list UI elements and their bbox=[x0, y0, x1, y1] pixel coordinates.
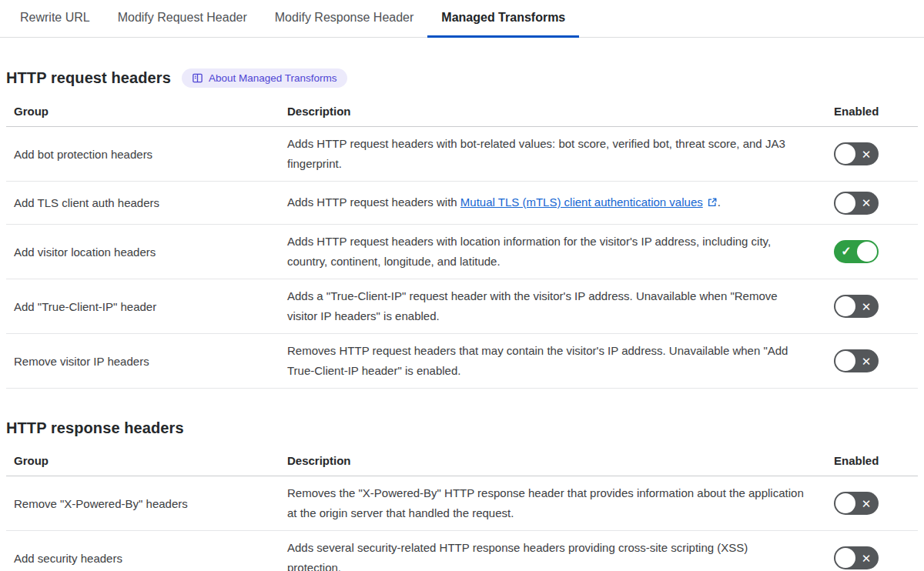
request-table-body: Add bot protection headers Adds HTTP req… bbox=[6, 127, 918, 389]
enabled-cell: ✕ bbox=[825, 142, 918, 165]
tab-modify-response-header[interactable]: Modify Response Header bbox=[261, 0, 428, 38]
toggle-state-icon: ✕ bbox=[855, 498, 877, 509]
description-text: Adds HTTP request headers with location … bbox=[287, 235, 771, 268]
table-row: Add visitor location headers Adds HTTP r… bbox=[6, 225, 918, 279]
toggle-knob bbox=[835, 296, 855, 316]
toggle-state-icon: ✕ bbox=[855, 301, 877, 312]
enabled-cell: ✕ bbox=[825, 192, 918, 215]
enabled-toggle[interactable]: ✕ bbox=[834, 492, 879, 515]
toggle-knob bbox=[835, 144, 855, 164]
tab-modify-request-header[interactable]: Modify Request Header bbox=[104, 0, 261, 38]
book-icon bbox=[192, 72, 203, 84]
row-description: Adds a "True-Client-IP" request header w… bbox=[280, 279, 825, 333]
tab-managed-transforms[interactable]: Managed Transforms bbox=[427, 0, 579, 38]
group-label: Add security headers bbox=[6, 552, 280, 565]
toggle-knob bbox=[835, 493, 855, 513]
table-row: Add TLS client auth headers Adds HTTP re… bbox=[6, 182, 918, 225]
table-row: Remove visitor IP headers Removes HTTP r… bbox=[6, 334, 918, 389]
toggle-knob bbox=[835, 548, 855, 568]
column-header-group: Group bbox=[6, 448, 280, 476]
row-description: Adds HTTP request headers with Mutual TL… bbox=[280, 185, 825, 221]
group-label: Remove "X-Powered-By" headers bbox=[6, 497, 280, 510]
row-description: Adds HTTP request headers with bot-relat… bbox=[280, 127, 825, 181]
row-description: Adds HTTP request headers with location … bbox=[280, 225, 825, 279]
enabled-toggle[interactable]: ✓ bbox=[834, 240, 879, 263]
enabled-cell: ✕ bbox=[825, 492, 918, 515]
description-text: Adds HTTP request headers with bot-relat… bbox=[287, 137, 785, 170]
about-managed-transforms-link[interactable]: About Managed Transforms bbox=[182, 68, 347, 88]
row-description: Removes HTTP request headers that may co… bbox=[280, 334, 825, 388]
response-table-body: Remove "X-Powered-By" headers Removes th… bbox=[6, 476, 918, 571]
enabled-toggle[interactable]: ✕ bbox=[834, 546, 879, 569]
group-label: Add "True-Client-IP" header bbox=[6, 300, 280, 313]
column-header-enabled: Enabled bbox=[825, 448, 918, 476]
toggle-state-icon: ✕ bbox=[855, 553, 877, 564]
response-table-header: Group Description Enabled bbox=[6, 448, 918, 476]
enabled-cell: ✓ bbox=[825, 240, 918, 263]
table-row: Add bot protection headers Adds HTTP req… bbox=[6, 127, 918, 182]
column-header-description: Description bbox=[280, 448, 825, 476]
group-label: Add TLS client auth headers bbox=[6, 196, 280, 209]
description-text-suffix: . bbox=[718, 195, 721, 209]
description-text: Removes the "X-Powered-By" HTTP response… bbox=[287, 486, 804, 519]
section-title-request-headers: HTTP request headers bbox=[6, 69, 171, 87]
response-headers-table: Group Description Enabled Remove "X-Powe… bbox=[6, 448, 918, 571]
toggle-state-icon: ✕ bbox=[855, 356, 877, 367]
description-text: Adds a "True-Client-IP" request header w… bbox=[287, 289, 778, 322]
column-header-group: Group bbox=[6, 99, 280, 126]
enabled-toggle[interactable]: ✕ bbox=[834, 192, 879, 215]
enabled-cell: ✕ bbox=[825, 295, 918, 318]
table-row: Add "True-Client-IP" header Adds a "True… bbox=[6, 279, 918, 334]
toggle-knob bbox=[835, 351, 855, 371]
about-badge-label: About Managed Transforms bbox=[209, 73, 337, 84]
table-row: Remove "X-Powered-By" headers Removes th… bbox=[6, 476, 918, 531]
row-description: Removes the "X-Powered-By" HTTP response… bbox=[280, 476, 825, 530]
enabled-toggle[interactable]: ✕ bbox=[834, 142, 879, 165]
toggle-knob bbox=[857, 242, 877, 262]
toggle-state-icon: ✓ bbox=[835, 245, 857, 258]
tab-rewrite-url[interactable]: Rewrite URL bbox=[6, 0, 104, 38]
group-label: Add visitor location headers bbox=[6, 245, 280, 259]
toggle-state-icon: ✕ bbox=[855, 197, 877, 209]
description-link[interactable]: Mutual TLS (mTLS) client authentication … bbox=[460, 195, 703, 209]
request-headers-table: Group Description Enabled Add bot protec… bbox=[6, 99, 918, 389]
enabled-cell: ✕ bbox=[825, 546, 918, 569]
table-row: Add security headers Adds several securi… bbox=[6, 531, 918, 571]
toggle-knob bbox=[835, 193, 855, 213]
enabled-cell: ✕ bbox=[825, 349, 918, 372]
description-text: Removes HTTP request headers that may co… bbox=[287, 344, 788, 377]
enabled-toggle[interactable]: ✕ bbox=[834, 295, 879, 318]
request-table-header: Group Description Enabled bbox=[6, 99, 918, 127]
enabled-toggle[interactable]: ✕ bbox=[834, 349, 879, 372]
response-headers-section-head: HTTP response headers bbox=[6, 419, 918, 437]
row-description: Adds several security-related HTTP respo… bbox=[280, 531, 825, 571]
transform-rules-tabbar: Rewrite URLModify Request HeaderModify R… bbox=[0, 0, 924, 38]
toggle-state-icon: ✕ bbox=[855, 149, 877, 160]
request-headers-section-head: HTTP request headers About Managed Trans… bbox=[6, 68, 918, 88]
description-text: Adds several security-related HTTP respo… bbox=[287, 541, 748, 571]
description-text: Adds HTTP request headers with bbox=[287, 195, 460, 209]
column-header-enabled: Enabled bbox=[825, 99, 918, 126]
column-header-description: Description bbox=[280, 99, 825, 126]
external-link-icon[interactable] bbox=[707, 194, 718, 214]
group-label: Add bot protection headers bbox=[6, 148, 280, 161]
group-label: Remove visitor IP headers bbox=[6, 355, 280, 368]
section-title-response-headers: HTTP response headers bbox=[6, 419, 184, 437]
